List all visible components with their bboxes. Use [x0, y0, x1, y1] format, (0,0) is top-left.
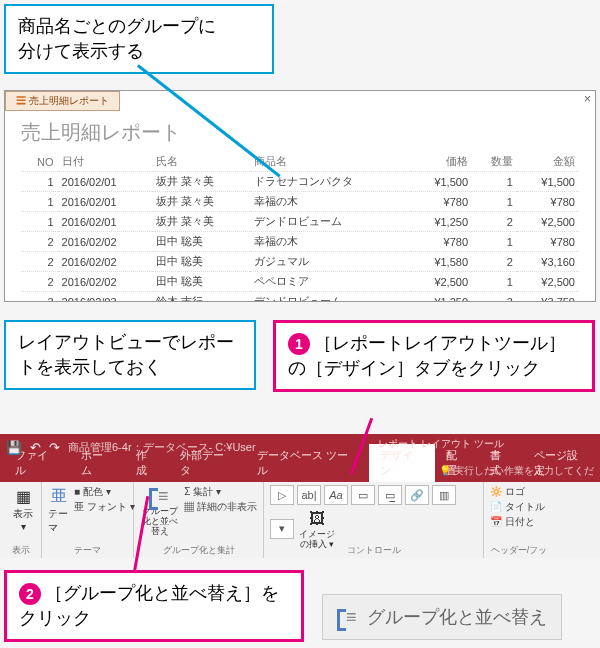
table-row[interactable]: 12016/02/01坂井 菜々美ドラセナコンパクタ¥1,5001¥1,500 [21, 172, 579, 192]
redo-icon[interactable]: ↷ [49, 440, 60, 455]
tab-database-tools[interactable]: データベース ツール [246, 444, 370, 482]
cell: 田中 聡美 [152, 252, 251, 272]
group-label-themes: テーマ [42, 544, 133, 557]
date-label: 日付と [505, 516, 535, 527]
hide-details-button[interactable]: ▦ 詳細の非表示 [184, 500, 257, 514]
colors-button[interactable]: ■ 配色 ▾ [74, 485, 135, 499]
cell: 幸福の木 [250, 232, 410, 252]
logo-button[interactable]: 🔆 ロゴ [490, 485, 548, 499]
cell: 1 [472, 192, 517, 212]
more-controls-icon[interactable]: ▾ [270, 519, 294, 539]
themes-label: テーマ [48, 507, 70, 535]
table-row[interactable]: 22016/02/02田中 聡美幸福の木¥7801¥780 [21, 232, 579, 252]
cell: 2016/02/01 [58, 172, 152, 192]
col-product: 商品名 [250, 152, 410, 172]
save-icon[interactable]: 💾 [6, 440, 22, 455]
cell: 田中 聡美 [152, 232, 251, 252]
tab-external-data[interactable]: 外部データ [169, 444, 246, 482]
group-themes: 亜 テーマ ■ 配色 ▾ 亜 フォント ▾ テーマ [42, 482, 134, 558]
report-tab[interactable]: 売上明細レポート [5, 91, 120, 111]
table-row[interactable]: 12016/02/01坂井 菜々美幸福の木¥7801¥780 [21, 192, 579, 212]
cell: 2 [472, 212, 517, 232]
group-label-header: ヘッダー/フッ [484, 544, 554, 557]
ribbon-body: ▦ 表示 ▾ 表示 亜 テーマ ■ 配色 ▾ 亜 フォント ▾ テーマ [0, 482, 600, 558]
undo-icon[interactable]: ↶ [30, 440, 41, 455]
contextual-tab-title: レポート レイアウト ツール [378, 437, 504, 451]
label-control-icon[interactable]: Aa [324, 485, 348, 505]
cell: ¥780 [410, 232, 472, 252]
date-time-button[interactable]: 📅 日付と [490, 515, 548, 529]
col-price: 価格 [410, 152, 472, 172]
textbox-control-icon[interactable]: ab| [297, 485, 321, 505]
table-row[interactable]: 22016/02/02田中 聡美ペペロミア¥2,5001¥2,500 [21, 272, 579, 292]
title-button[interactable]: 📄 タイトル [490, 500, 548, 514]
group-sort-enlarged-button[interactable]: グループ化と並べ替え [322, 594, 562, 640]
tell-me-search[interactable]: 💡 実行したい作業を入力してくだ [439, 464, 594, 478]
colors-label: 配色 ▾ [83, 486, 111, 497]
callout-step-2: 2［グループ化と並べ替え］をクリック [4, 570, 304, 642]
cell: 2016/02/02 [58, 272, 152, 292]
fonts-button[interactable]: 亜 フォント ▾ [74, 500, 135, 514]
cell: 2 [21, 272, 58, 292]
cell: ¥1,500 [517, 172, 579, 192]
cell: ¥3,160 [517, 252, 579, 272]
cell: 2016/02/01 [58, 192, 152, 212]
group-label-controls: コントロール [264, 544, 483, 557]
cell: ¥780 [517, 192, 579, 212]
cell: デンドロビューム [250, 212, 410, 232]
themes-button[interactable]: 亜 テーマ [48, 485, 70, 535]
close-icon[interactable]: × [584, 92, 591, 106]
view-button[interactable]: ▦ 表示 ▾ [6, 485, 40, 532]
cell: 3 [21, 292, 58, 302]
cell: ¥2,500 [410, 272, 472, 292]
cell: 1 [21, 172, 58, 192]
view-label: 表示 [13, 507, 33, 521]
group-sort-icon [149, 485, 171, 507]
col-date: 日付 [58, 152, 152, 172]
cell: 2 [472, 252, 517, 272]
cell: ガジュマル [250, 252, 410, 272]
callout-layout-view: レイアウトビューでレポートを表示しておく [4, 320, 256, 390]
cell: ¥780 [410, 192, 472, 212]
cell: 3 [472, 292, 517, 302]
nav-control-icon[interactable]: ▥ [432, 485, 456, 505]
tab-control-icon[interactable]: ▭̲ [378, 485, 402, 505]
table-row[interactable]: 12016/02/01坂井 菜々美デンドロビューム¥1,2502¥2,500 [21, 212, 579, 232]
cell: 2016/02/02 [58, 252, 152, 272]
group-sort-enlarged-label: グループ化と並べ替え [367, 605, 547, 629]
tab-home[interactable]: ホーム [70, 444, 125, 482]
select-control-icon[interactable]: ▷ [270, 485, 294, 505]
cell: 1 [472, 232, 517, 252]
group-header-footer: 🔆 ロゴ 📄 タイトル 📅 日付と ヘッダー/フッ [484, 482, 554, 558]
report-body: 売上明細レポート NO 日付 氏名 商品名 価格 数量 金額 12016/02/… [5, 111, 595, 301]
group-label-view: 表示 [0, 544, 41, 557]
access-ribbon: 💾 ↶ ↷ 商品管理6-4r：データベース- C:¥User レポート レイアウ… [0, 434, 600, 558]
cell: 2 [21, 252, 58, 272]
group-controls: ▷ ab| Aa ▭ ▭̲ 🔗 ▥ ▾ 🖼 イメージの挿入 ▾ コントロール [264, 482, 484, 558]
cell: 鈴木 吉行 [152, 292, 251, 302]
cell: デンドロビューム [250, 292, 410, 302]
col-qty: 数量 [472, 152, 517, 172]
report-window: 売上明細レポート × 売上明細レポート NO 日付 氏名 商品名 価格 数量 金… [4, 90, 596, 302]
callout-text: 商品名ごとのグループに 分けて表示する [18, 16, 216, 61]
cell: 1 [21, 212, 58, 232]
link-control-icon[interactable]: 🔗 [405, 485, 429, 505]
image-icon: 🖼 [306, 508, 328, 530]
step-number-1: 1 [288, 333, 310, 355]
cell: 1 [472, 272, 517, 292]
tab-create[interactable]: 作成 [125, 444, 169, 482]
col-name: 氏名 [152, 152, 251, 172]
report-table: NO 日付 氏名 商品名 価格 数量 金額 12016/02/01坂井 菜々美ド… [21, 152, 579, 301]
totals-button[interactable]: Σ 集計 ▾ [184, 485, 257, 499]
callout-text: ［グループ化と並べ替え］をクリック [19, 583, 279, 628]
table-row[interactable]: 22016/02/02田中 聡美ガジュマル¥1,5802¥3,160 [21, 252, 579, 272]
step-number-2: 2 [19, 583, 41, 605]
cell: ¥1,250 [410, 212, 472, 232]
group-grouping-totals: グループ化と並べ替え Σ 集計 ▾ ▦ 詳細の非表示 グループ化と集計 [134, 482, 264, 558]
table-row[interactable]: 32016/02/03鈴木 吉行デンドロビューム¥1,2503¥3,750 [21, 292, 579, 302]
report-tab-label: 売上明細レポート [29, 95, 109, 106]
report-title: 売上明細レポート [21, 119, 579, 146]
callout-step-1: 1［レポートレイアウトツール］の［デザイン］タブをクリック [273, 320, 595, 392]
group-view: ▦ 表示 ▾ 表示 [0, 482, 42, 558]
button-control-icon[interactable]: ▭ [351, 485, 375, 505]
